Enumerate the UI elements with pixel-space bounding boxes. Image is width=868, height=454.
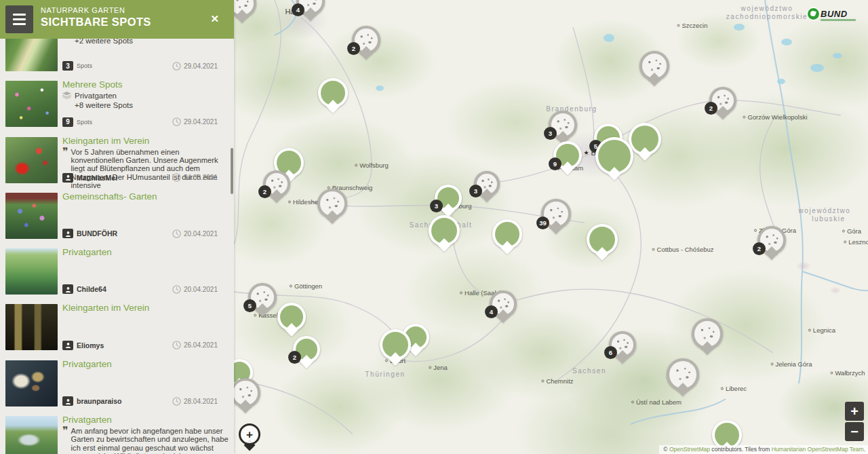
date: 20.04.2021 <box>184 286 218 293</box>
list-item[interactable]: Privatgarten ❞ Am anfang bevor ich angef… <box>0 411 234 454</box>
spot-title[interactable]: Gemeinschafts- Garten <box>62 191 229 202</box>
map-label: województwo <box>741 5 793 12</box>
attribution-middle: contributors. Tiles from <box>710 446 772 453</box>
map-marker[interactable] <box>317 189 347 219</box>
map-label-text: Göttingen <box>294 282 322 290</box>
map-label-text: Liberec <box>726 385 747 392</box>
list-item[interactable]: Privatgarten braunparaiso <box>0 356 234 411</box>
marker-ring <box>492 219 522 249</box>
city-dot-icon <box>743 115 745 118</box>
list-item[interactable]: Privatgarten Childe64 <box>0 244 234 299</box>
spot-category-line: +2 weitere Spots <box>62 39 229 45</box>
spot-thumbnail[interactable] <box>5 81 58 127</box>
marker-photo <box>631 126 658 153</box>
map-marker[interactable] <box>629 123 661 155</box>
city-dot-icon <box>844 240 846 243</box>
map-marker[interactable]: 5 <box>248 283 277 311</box>
map-marker[interactable] <box>318 78 348 108</box>
marker-ring <box>629 123 661 155</box>
scrollbar-thumb[interactable] <box>231 148 233 194</box>
spot-meta-row: 9 Spots 29.04.2021 <box>62 117 218 127</box>
spot-count-badge: 3 <box>62 61 73 71</box>
osm-link[interactable]: OpenStreetMap <box>669 446 710 453</box>
list-item[interactable]: Kleingarten im Verein ❞ Vor 5 Jahren übe… <box>0 132 234 188</box>
map-marker[interactable] <box>587 224 618 255</box>
list-item[interactable]: Sonstiges+2 weitere Spots 3 Spots 29.04.… <box>0 39 234 76</box>
map-marker[interactable] <box>277 303 306 331</box>
city-dot-icon <box>721 387 724 390</box>
map-label-text: Leszno <box>848 238 868 246</box>
map-marker[interactable]: 2 <box>263 170 290 197</box>
map-label: Wolfsburg <box>355 162 389 169</box>
date: 26.04.2021 <box>184 341 218 349</box>
spot-thumbnail[interactable] <box>5 360 58 406</box>
map-label: Gorzów Wielkopolski <box>743 113 807 121</box>
map-marker[interactable] <box>595 137 633 175</box>
spot-thumbnail[interactable] <box>5 137 58 183</box>
date: 29.04.2021 <box>184 62 218 70</box>
marker-photo <box>233 381 258 405</box>
spot-category-line: Privatgarten <box>62 92 229 100</box>
spot-meta-row: BUNDFÖHR 20.04.2021 <box>62 229 218 238</box>
spot-list[interactable]: Sonstiges+2 weitere Spots 3 Spots 29.04.… <box>0 39 234 454</box>
map-marker[interactable]: 3 <box>549 111 577 139</box>
spot-title[interactable]: Privatgarten <box>62 359 229 369</box>
clock-icon <box>172 285 181 294</box>
spot-title[interactable]: Kleingarten im Verein <box>62 303 229 313</box>
map-marker[interactable] <box>692 318 723 349</box>
map-marker[interactable]: 9 <box>553 141 582 170</box>
spot-thumbnail[interactable] <box>5 416 58 454</box>
map-marker[interactable] <box>380 329 411 360</box>
spot-title[interactable]: Privatgarten <box>62 247 229 257</box>
list-item[interactable]: Gemeinschafts- Garten BUNDFÖHR <box>0 188 234 244</box>
spot-meta-row: MatthiasMei 24.03.2021 <box>62 173 218 183</box>
map-label: Jelenia Góra <box>771 360 812 368</box>
spot-title[interactable]: Kleingarten im Verein <box>62 136 229 146</box>
map-marker[interactable] <box>231 378 260 408</box>
spot-title[interactable]: Privatgarten <box>62 415 229 425</box>
map-marker[interactable]: 2 <box>709 87 736 114</box>
spot-thumbnail[interactable] <box>5 304 58 350</box>
map-marker[interactable]: 39 <box>541 199 571 229</box>
map-marker[interactable]: 2 <box>757 226 786 254</box>
cluster-count-badge: 2 <box>288 351 301 364</box>
marker-photo <box>231 0 254 15</box>
map-attribution: © OpenStreetMap contributors. Tiles from… <box>659 445 868 454</box>
list-item[interactable]: Mehrere Spots Privatgarten+8 weitere Spo… <box>0 76 234 132</box>
sidebar: Sonstiges+2 weitere Spots 3 Spots 29.04.… <box>0 0 234 454</box>
city-dot-icon <box>831 371 833 374</box>
map-marker[interactable] <box>429 215 460 246</box>
zoom-out-button[interactable]: − <box>845 422 864 441</box>
map-marker[interactable] <box>667 358 699 391</box>
quote-icon: ❞ <box>62 427 68 454</box>
marker-ring <box>692 318 723 349</box>
map-marker[interactable] <box>639 51 669 81</box>
add-spot-pin-button[interactable]: + <box>239 423 260 445</box>
map-marker[interactable]: 3 <box>435 185 462 212</box>
list-item[interactable]: Kleingarten im Verein Eliomys <box>0 299 234 355</box>
spot-thumbnail[interactable] <box>5 248 58 295</box>
bund-logo[interactable]: BUND <box>808 8 848 20</box>
cluster-count-badge: 2 <box>753 242 766 255</box>
marker-photo <box>495 222 519 246</box>
user-icon <box>62 173 73 183</box>
map-marker[interactable]: 4 <box>296 0 325 16</box>
map-marker[interactable]: 3 <box>474 171 500 197</box>
spot-thumbnail[interactable] <box>5 39 58 71</box>
map-label: lubuskie <box>812 215 846 223</box>
map-marker[interactable]: 4 <box>490 290 517 318</box>
map-label-text: Sachsen <box>572 367 606 375</box>
hamburger-menu-button[interactable] <box>5 5 33 33</box>
map-marker[interactable]: 2 <box>352 26 380 54</box>
cluster-count-badge: 4 <box>485 305 498 318</box>
spot-thumbnail[interactable] <box>5 193 58 239</box>
map-marker[interactable]: 6 <box>609 331 636 358</box>
map-marker[interactable]: 2 <box>293 336 320 363</box>
spot-title[interactable]: Mehrere Spots <box>62 79 229 90</box>
zoom-in-button[interactable]: + <box>845 402 864 421</box>
map-label: Szczecin <box>677 22 707 29</box>
close-icon[interactable]: ✕ <box>210 14 219 24</box>
map-marker[interactable] <box>492 219 522 249</box>
map-label-text: Wałbrzych <box>835 369 865 377</box>
hot-link[interactable]: Humanitarian OpenStreetMap Team <box>772 446 864 453</box>
